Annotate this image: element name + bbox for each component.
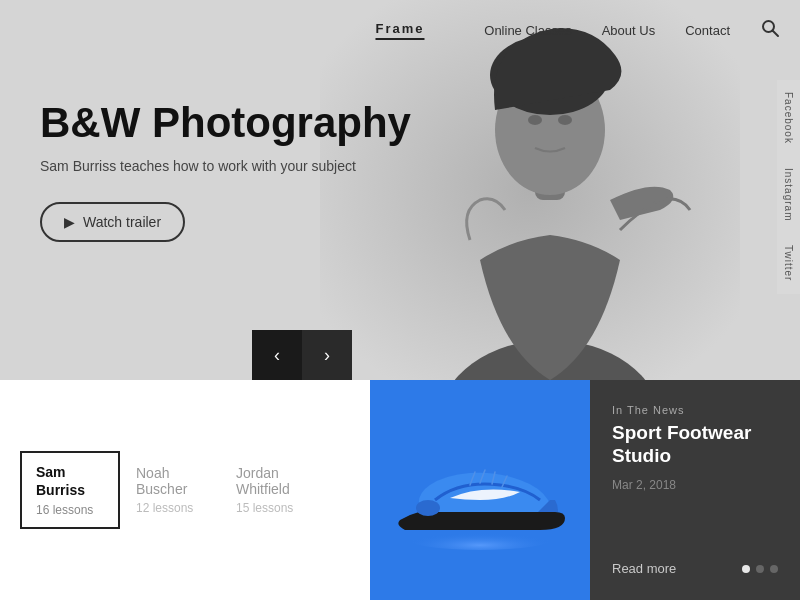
instructor-name-sam: SamBurriss [36,463,104,499]
hero-subtitle: Sam Burriss teaches how to work with you… [40,158,411,174]
hero-content: B&W Photography Sam Burriss teaches how … [40,100,411,242]
social-sidebar: Facebook Instagram Twitter [777,80,800,294]
bottom-section: SamBurriss 16 lessons NoahBuscher 12 les… [0,380,800,600]
shoe-image [380,420,580,560]
news-header: In The News Sport Footwear Studio Mar 2,… [612,404,778,506]
nav-online-classes[interactable]: Online Classes [484,23,571,38]
social-twitter[interactable]: Twitter [777,233,800,293]
nav-logo[interactable]: Frame [375,21,424,40]
navigation: Frame Online Classes About Us Contact [0,0,800,60]
news-title: Sport Footwear Studio [612,422,778,468]
news-dot-2[interactable] [756,565,764,573]
instructor-lessons-noah: 12 lessons [136,501,204,515]
nav-contact[interactable]: Contact [685,23,730,38]
search-icon[interactable] [760,18,780,43]
social-facebook[interactable]: Facebook [777,80,800,156]
carousel-controls: ‹ › [252,330,352,380]
nav-about-us[interactable]: About Us [602,23,655,38]
instructor-item-noah[interactable]: NoahBuscher 12 lessons [120,455,220,525]
instructor-name-jordan: JordanWhitfield [236,465,304,497]
carousel-prev-button[interactable]: ‹ [252,330,302,380]
carousel-next-button[interactable]: › [302,330,352,380]
instructor-lessons-sam: 16 lessons [36,503,104,517]
watch-trailer-button[interactable]: ▶ Watch trailer [40,202,185,242]
news-dot-3[interactable] [770,565,778,573]
news-footer: Read more [612,561,778,576]
instructor-item-jordan[interactable]: JordanWhitfield 15 lessons [220,455,320,525]
watch-trailer-label: Watch trailer [83,214,161,230]
shoe-panel [370,380,590,600]
news-section-label: In The News [612,404,778,416]
instructor-lessons-jordan: 15 lessons [236,501,304,515]
instructors-panel: SamBurriss 16 lessons NoahBuscher 12 les… [0,380,370,600]
instructor-name-noah: NoahBuscher [136,465,204,497]
play-icon: ▶ [64,214,75,230]
read-more-link[interactable]: Read more [612,561,676,576]
news-date: Mar 2, 2018 [612,478,778,492]
news-dot-1[interactable] [742,565,750,573]
nav-links: Online Classes About Us Contact [484,18,780,43]
news-pagination-dots [742,565,778,573]
svg-point-8 [558,115,572,125]
svg-point-10 [416,500,440,516]
svg-line-1 [773,30,779,36]
news-panel: In The News Sport Footwear Studio Mar 2,… [590,380,800,600]
svg-point-7 [528,115,542,125]
hero-title: B&W Photography [40,100,411,146]
social-instagram[interactable]: Instagram [777,156,800,233]
instructor-item-active[interactable]: SamBurriss 16 lessons [20,451,120,529]
